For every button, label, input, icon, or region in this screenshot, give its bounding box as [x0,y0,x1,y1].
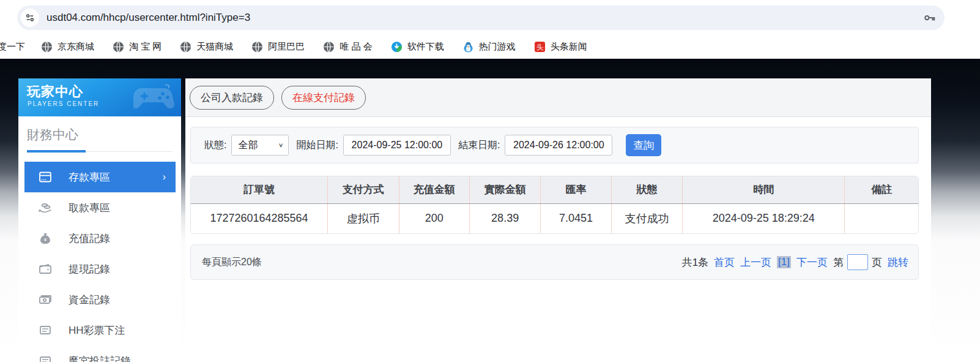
sidebar-item-label: 提現記錄 [69,262,110,276]
jump-link[interactable]: 跳转 [888,255,908,270]
panel-content: 狀態: 全部 ∨ 開始日期: 結束日期: 查詢 [185,117,931,280]
sidebar-item-deposit[interactable]: 存款專區 › [24,162,176,192]
url-text[interactable]: usdt04.com/hhcp/usercenter.html?iniType=… [46,12,250,24]
search-button[interactable]: 查詢 [626,134,661,156]
current-page-indicator: [1] [777,256,791,268]
cell-rate: 7.0451 [541,203,611,233]
bookmark-toutiao-news[interactable]: 头 头条新闻 [534,41,587,53]
status-label: 狀態: [204,139,226,152]
bookmark-label: 淘 宝 网 [129,41,161,53]
penguin-icon [462,41,474,53]
sidebar-item-withdraw[interactable]: 取款專區 [18,192,181,223]
svg-text:¥: ¥ [43,237,47,243]
page-background: 玩家中心 PLAYERS CENTER 財務中心 [0,59,980,362]
bookmark-label: 度一下 [0,41,25,53]
jump-label-post: 页 [872,255,882,270]
prev-page-link[interactable]: 上一页 [740,255,771,270]
sidebar-item-label: HH彩票下注 [69,323,125,337]
svg-text:头: 头 [536,43,543,51]
globe-icon [180,41,191,53]
table-header-row: 訂單號 支付方式 充值金額 實際金額 匯率 狀態 時間 備註 [191,176,918,203]
bookmark-taobao[interactable]: 淘 宝 网 [113,41,161,53]
hand-coins-icon [38,200,53,215]
sidebar-item-hh-lottery-bets[interactable]: HH彩票下注 [18,315,181,345]
tab-company-deposit-record[interactable]: 公司入款記錄 [190,86,274,110]
sidebar-item-label: 資金記錄 [69,293,110,307]
bookmark-label: 头条新闻 [551,41,587,53]
page-size-text: 每頁顯示20條 [202,256,262,269]
pagination-bar: 每頁顯示20條 共1条 首页 上一页 [1] 下一页 第 页 跳转 [190,244,919,280]
money-bag-icon: ¥ [38,231,53,246]
status-select-value: 全部 [238,139,258,152]
records-table: 訂單號 支付方式 充值金額 實際金額 匯率 狀態 時間 備註 172726016 [191,176,918,233]
records-panel: 公司入款記錄 在線支付記錄 狀態: 全部 ∨ 開始日期: 結束日期: 查詢 [185,78,931,362]
start-date-label: 開始日期: [296,139,338,152]
cell-pay-method: 虚拟币 [328,203,399,233]
banknote-icon [38,292,53,307]
cell-actual-amount: 28.39 [469,203,541,233]
bookmark-label: 热门游戏 [479,41,516,53]
section-divider [27,151,173,153]
deposit-card-icon [38,170,53,184]
bookmark-tmall[interactable]: 天猫商城 [180,41,233,53]
bookmark-alibaba[interactable]: 阿里巴巴 [251,41,305,53]
sidebar-item-recharge-record[interactable]: ¥ 充值記錄 [18,223,181,254]
end-date-label: 結束日期: [458,139,500,152]
sidebar-item-label: 存款專區 [69,170,110,184]
end-date-input[interactable] [505,135,612,156]
cell-status: 支付成功 [611,203,683,233]
bookmark-vip[interactable]: 唯 品 会 [323,41,372,53]
col-time: 時間 [683,176,845,203]
sidebar-subtitle: PLAYERS CENTER [28,100,99,107]
address-bar[interactable]: usdt04.com/hhcp/usercenter.html?iniType=… [17,6,945,30]
bookmark-software-download[interactable]: 软件下载 [391,41,444,53]
start-date-input[interactable] [343,135,451,156]
next-page-link[interactable]: 下一页 [796,255,828,270]
filter-bar: 狀態: 全部 ∨ 開始日期: 結束日期: 查詢 [190,127,919,164]
bookmark-label: 阿里巴巴 [268,41,305,53]
bookmark-label: 京东商城 [58,41,94,53]
col-recharge-amount: 充值金額 [399,176,469,203]
site-settings-icon [25,13,35,23]
bookmark-label: 天猫商城 [196,41,233,53]
col-status: 狀態 [611,176,683,203]
col-rate: 匯率 [541,176,611,203]
chevron-right-icon: › [163,172,166,183]
gamepad-icon [133,83,176,111]
tab-online-payment-record[interactable]: 在線支付記錄 [281,86,366,110]
sidebar-title: 玩家中心 [27,83,83,101]
password-key-icon[interactable] [922,11,936,25]
cell-order-no: 1727260164285564 [191,203,328,233]
browser-toolbar: usdt04.com/hhcp/usercenter.html?iniType=… [0,0,980,36]
pagination-controls: 共1条 首页 上一页 [1] 下一页 第 页 跳转 [677,254,908,270]
jump-label-pre: 第 [833,255,844,270]
first-page-link[interactable]: 首页 [714,255,735,270]
globe-icon [113,41,124,53]
bookmark-label: 唯 品 会 [340,41,372,53]
status-select[interactable]: 全部 ∨ [231,135,289,156]
sidebar-item-funds-record[interactable]: 資金記錄 [18,284,181,315]
page-number-input[interactable] [847,254,868,270]
bookmark-jd[interactable]: 京东商城 [41,41,94,53]
sidebar-item-withdrawal-record[interactable]: 提現記錄 [18,254,181,284]
cell-remark [845,203,918,233]
players-center-sidebar: 玩家中心 PLAYERS CENTER 財務中心 [18,78,181,362]
sidebar-menu: 存款專區 › 取款專區 ¥ [18,162,181,362]
sidebar-item-label: 取款專區 [69,201,110,215]
total-count: 共1条 [682,255,708,270]
sidebar-header: 玩家中心 PLAYERS CENTER [18,78,181,116]
list-form-icon [38,323,53,337]
sidebar-item-label: 充值記錄 [69,232,110,246]
col-pay-method: 支付方式 [328,176,399,203]
col-actual-amount: 實際金額 [469,176,541,203]
cell-time: 2024-09-25 18:29:24 [683,203,845,233]
sidebar-item-label: 魔宮投註記錄 [69,354,131,362]
bookmark-baidu[interactable]: 度一下 [0,41,25,53]
bookmark-hot-games[interactable]: 热门游戏 [462,41,516,53]
bookmarks-bar: 度一下 京东商城 淘 宝 网 天猫商城 阿里巴巴 [0,36,980,59]
sidebar-item-game-bet-record[interactable]: 魔宮投註記錄 [18,345,181,362]
cell-recharge-amount: 200 [399,203,469,233]
site-info-button[interactable] [21,9,39,27]
wallet-icon [38,262,53,276]
record-tabs: 公司入款記錄 在線支付記錄 [185,78,931,117]
